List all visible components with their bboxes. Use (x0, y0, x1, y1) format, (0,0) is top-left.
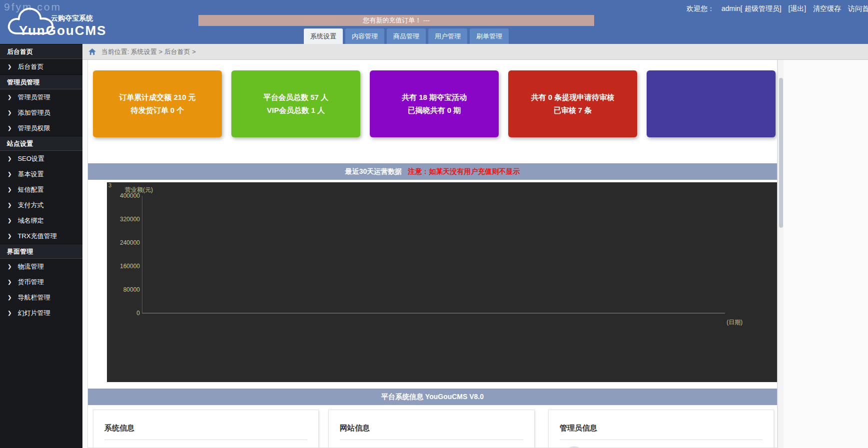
stat-card-empty[interactable] (647, 70, 776, 137)
sidebar-item-home[interactable]: ❯ 后台首页 (0, 59, 82, 74)
system-info-title: 系统信息 (104, 424, 307, 440)
info-cards-row: 系统信息 操作系统: Linux 网站信息 栏目: 14 管理员信息 admin (93, 410, 774, 448)
stat-card-withdrawals[interactable]: 共有 0 条提现申请待审核 已审核 7 条 (508, 70, 637, 137)
admin-role-label: admin[ 超级管理员] (722, 4, 782, 12)
chevron-right-icon: ❯ (7, 187, 11, 192)
scrollbar-thumb[interactable] (779, 78, 783, 228)
y-tick: 160000 (111, 263, 140, 270)
chevron-right-icon: ❯ (7, 218, 11, 223)
tab-brush-order-management[interactable]: 刷单管理 (470, 28, 509, 44)
recharge-notification-bar[interactable]: 您有新的充值订单！ --- (198, 15, 594, 26)
chevron-right-icon: ❯ (7, 264, 11, 269)
y-tick: 80000 (111, 286, 140, 293)
chevron-right-icon: ❯ (7, 156, 11, 161)
visit-home-link[interactable]: 访问首页 (848, 4, 868, 12)
tab-system-settings[interactable]: 系统设置 (304, 28, 343, 44)
sidebar-item-payment-methods[interactable]: ❯ 支付方式 (0, 197, 82, 213)
chart-section-header: 最近30天运营数据 注意：如某天没有用户充值则不显示 (88, 163, 777, 180)
sidebar-group-interface: 界面管理 (0, 244, 82, 259)
header-user-area: 欢迎您： admin[ 超级管理员] [退出] 清空缓存 访问首页 (682, 4, 868, 13)
sidebar: 后台首页 ❯ 后台首页 管理员管理 ❯ 管理员管理 ❯ 添加管理员 ❯ 管理员权… (0, 44, 82, 448)
platform-info-header: 平台系统信息 YouGouCMS V8.0 (88, 389, 777, 405)
chevron-right-icon: ❯ (7, 171, 11, 177)
chevron-right-icon: ❯ (7, 279, 11, 285)
sidebar-item-basic-settings[interactable]: ❯ 基本设置 (0, 166, 82, 182)
stat-card-orders[interactable]: 订单累计成交额 210 元 待发货订单 0 个 (93, 70, 222, 137)
chart-x-axis-title: (日期) (727, 318, 743, 327)
admin-info-card: 管理员信息 admin (548, 410, 774, 448)
chevron-right-icon: ❯ (7, 202, 11, 208)
sidebar-item-domain-binding[interactable]: ❯ 域名绑定 (0, 213, 82, 228)
sidebar-item-logistics[interactable]: ❯ 物流管理 (0, 259, 82, 274)
logout-link[interactable]: [退出] (788, 4, 806, 12)
sidebar-item-admin-permissions[interactable]: ❯ 管理员权限 (0, 120, 82, 136)
y-tick: 240000 (111, 239, 140, 246)
stat-line: 平台会员总数 57 人 (263, 91, 328, 104)
platform-info-title: 平台系统信息 YouGouCMS V8.0 (381, 393, 484, 401)
chart-corner-label: 3 (108, 182, 111, 188)
chevron-right-icon: ❯ (7, 125, 11, 131)
chart-y-axis-line (142, 196, 142, 314)
sidebar-item-trx-recharge[interactable]: ❯ TRX充值管理 (0, 228, 82, 244)
revenue-chart: 3 营业额(元) 400000 320000 240000 160000 800… (107, 182, 778, 382)
tab-goods-management[interactable]: 商品管理 (387, 28, 426, 44)
home-icon[interactable] (88, 45, 96, 60)
chevron-right-icon: ❯ (7, 233, 11, 239)
system-info-card: 系统信息 操作系统: Linux (93, 410, 319, 448)
sidebar-item-sms-config[interactable]: ❯ 短信配置 (0, 182, 82, 197)
admin-info-title: 管理员信息 (560, 424, 763, 440)
chevron-right-icon: ❯ (7, 310, 11, 316)
sidebar-item-add-admin[interactable]: ❯ 添加管理员 (0, 105, 82, 120)
sidebar-group-admin: 管理员管理 (0, 74, 82, 89)
sidebar-item-admin-list[interactable]: ❯ 管理员管理 (0, 89, 82, 105)
stat-line: 订单累计成交额 210 元 (119, 91, 195, 104)
stat-line: 共有 18 期夺宝活动 (402, 91, 467, 104)
sidebar-group-home: 后台首页 (0, 44, 82, 59)
sidebar-item-navbar-management[interactable]: ❯ 导航栏管理 (0, 290, 82, 305)
sidebar-item-slideshow-management[interactable]: ❯ 幻灯片管理 (0, 305, 82, 321)
vertical-scrollbar[interactable] (778, 60, 784, 448)
stat-line: 待发货订单 0 个 (131, 104, 184, 117)
stat-line: 共有 0 条提现申请待审核 (531, 91, 615, 104)
logo-title: YunGouCMS (19, 23, 106, 38)
top-nav-tabs: 系统设置 内容管理 商品管理 用户管理 刷单管理 (304, 28, 509, 44)
app-logo[interactable]: 云购夺宝系统 YunGouCMS (5, 3, 100, 42)
welcome-label: 欢迎您： (687, 4, 715, 12)
clear-cache-link[interactable]: 清空缓存 (813, 4, 841, 12)
logo-subtitle: 云购夺宝系统 (51, 14, 93, 23)
website-info-card: 网站信息 栏目: 14 (328, 410, 535, 448)
chevron-right-icon: ❯ (7, 110, 11, 115)
stat-card-activities[interactable]: 共有 18 期夺宝活动 已揭晓共有 0 期 (370, 70, 499, 137)
stat-card-members[interactable]: 平台会员总数 57 人 VIP会员总数 1 人 (231, 70, 360, 137)
chart-x-axis-line (142, 313, 725, 314)
breadcrumb: 当前位置: 系统设置 > 后台首页 > (82, 44, 868, 60)
y-tick: 0 (111, 310, 140, 317)
stat-line: 已审核 7 条 (554, 104, 592, 117)
tab-content-management[interactable]: 内容管理 (345, 28, 384, 44)
sidebar-item-seo-settings[interactable]: ❯ SEO设置 (0, 151, 82, 166)
website-info-title: 网站信息 (340, 424, 523, 440)
main-content: 订单累计成交额 210 元 待发货订单 0 个 平台会员总数 57 人 VIP会… (82, 60, 868, 448)
chevron-right-icon: ❯ (7, 94, 11, 100)
y-tick: 400000 (111, 192, 140, 199)
chevron-right-icon: ❯ (7, 295, 11, 300)
chart-section-title: 最近30天运营数据 (345, 167, 402, 175)
breadcrumb-text: 当前位置: 系统设置 > 后台首页 > (101, 48, 196, 55)
chevron-right-icon: ❯ (7, 64, 11, 69)
stat-line: VIP会员总数 1 人 (267, 104, 325, 117)
sidebar-group-site-settings: 站点设置 (0, 136, 82, 151)
stat-line: 已揭晓共有 0 期 (408, 104, 461, 117)
stat-cards-row: 订单累计成交额 210 元 待发货订单 0 个 平台会员总数 57 人 VIP会… (93, 70, 776, 137)
dashboard-panel: 订单累计成交额 210 元 待发货订单 0 个 平台会员总数 57 人 VIP会… (87, 60, 778, 448)
tab-user-management[interactable]: 用户管理 (428, 28, 467, 44)
chart-section-note: 注意：如某天没有用户充值则不显示 (408, 167, 520, 175)
header: 9fym.com 云购夺宝系统 YunGouCMS 欢迎您： admin[ 超级… (0, 0, 868, 44)
sidebar-item-currency[interactable]: ❯ 货币管理 (0, 274, 82, 290)
y-tick: 320000 (111, 216, 140, 223)
